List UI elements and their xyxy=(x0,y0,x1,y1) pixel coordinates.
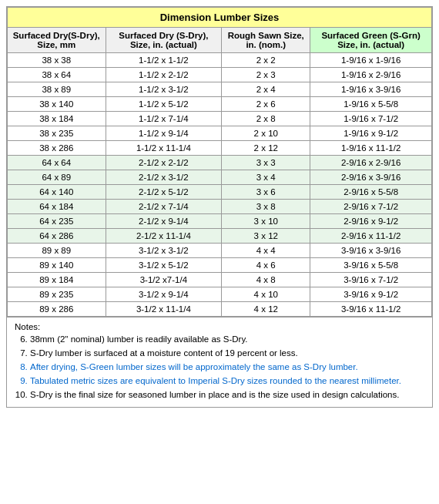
cell-c3: 3 x 3 xyxy=(222,156,310,170)
cell-c3: 4 x 12 xyxy=(222,302,310,317)
cell-c1: 64 x 140 xyxy=(8,185,106,200)
lumber-table-wrapper: Dimension Lumber SizesSurfaced Dry(S-Dry… xyxy=(6,6,433,408)
cell-c1: 64 x 286 xyxy=(8,229,106,244)
cell-c1: 64 x 235 xyxy=(8,214,106,229)
cell-c3: 4 x 10 xyxy=(222,287,310,302)
cell-c2: 1-1/2 x 7-1/4 xyxy=(106,112,222,126)
lumber-table: Dimension Lumber SizesSurfaced Dry(S-Dry… xyxy=(7,7,432,317)
cell-c4: 1-9/16 x 9-1/2 xyxy=(310,126,432,141)
cell-c4: 3-9/16 x 9-1/2 xyxy=(310,287,432,302)
cell-c2: 1-1/2 x 3-1/2 xyxy=(106,82,222,97)
note-item-6: 38mm (2" nominal) lumber is readily avai… xyxy=(30,333,424,345)
cell-c4: 2-9/16 x 5-5/8 xyxy=(310,185,432,200)
cell-c4: 3-9/16 x 5-5/8 xyxy=(310,258,432,273)
cell-c1: 64 x 64 xyxy=(8,156,106,170)
table-row: 38 x 2861-1/2 x 11-1/42 x 121-9/16 x 11-… xyxy=(8,141,432,156)
cell-c3: 2 x 6 xyxy=(222,97,310,112)
cell-c1: 38 x 184 xyxy=(8,112,106,126)
cell-c3: 2 x 8 xyxy=(222,112,310,126)
cell-c1: 89 x 286 xyxy=(8,302,106,317)
cell-c2: 3-1/2 x 9-1/4 xyxy=(106,287,222,302)
cell-c4: 1-9/16 x 3-9/16 xyxy=(310,82,432,97)
note-item-10: S-Dry is the final size for seasoned lum… xyxy=(30,388,424,401)
notes-section: Notes: 38mm (2" nominal) lumber is readi… xyxy=(7,317,432,407)
table-row: 38 x 641-1/2 x 2-1/22 x 31-9/16 x 2-9/16 xyxy=(8,68,432,82)
cell-c2: 1-1/2 x 5-1/2 xyxy=(106,97,222,112)
cell-c4: 1-9/16 x 5-5/8 xyxy=(310,97,432,112)
table-row: 64 x 2862-1/2 x 11-1/43 x 122-9/16 x 11-… xyxy=(8,229,432,244)
note-item-7: S-Dry lumber is surfaced at a moisture c… xyxy=(30,347,424,359)
cell-c1: 89 x 140 xyxy=(8,258,106,273)
cell-c1: 38 x 140 xyxy=(8,97,106,112)
col-header-1: Surfaced Dry (S-Dry), Size, in. (actual) xyxy=(106,28,222,53)
cell-c1: 38 x 38 xyxy=(8,53,106,68)
cell-c3: 2 x 12 xyxy=(222,141,310,156)
cell-c4: 2-9/16 x 3-9/16 xyxy=(310,170,432,185)
table-title: Dimension Lumber Sizes xyxy=(8,8,432,28)
cell-c1: 64 x 184 xyxy=(8,200,106,214)
cell-c3: 2 x 4 xyxy=(222,82,310,97)
cell-c4: 2-9/16 x 7-1/2 xyxy=(310,200,432,214)
cell-c2: 2-1/2 x 11-1/4 xyxy=(106,229,222,244)
cell-c1: 38 x 235 xyxy=(8,126,106,141)
cell-c1: 38 x 64 xyxy=(8,68,106,82)
notes-list: 38mm (2" nominal) lumber is readily avai… xyxy=(15,333,424,401)
cell-c1: 38 x 89 xyxy=(8,82,106,97)
table-row: 38 x 891-1/2 x 3-1/22 x 41-9/16 x 3-9/16 xyxy=(8,82,432,97)
cell-c2: 3-1/2 x 3-1/2 xyxy=(106,244,222,258)
table-row: 64 x 1402-1/2 x 5-1/23 x 62-9/16 x 5-5/8 xyxy=(8,185,432,200)
table-row: 89 x 1403-1/2 x 5-1/24 x 63-9/16 x 5-5/8 xyxy=(8,258,432,273)
cell-c4: 3-9/16 x 3-9/16 xyxy=(310,244,432,258)
table-row: 38 x 381-1/2 x 1-1/22 x 21-9/16 x 1-9/16 xyxy=(8,53,432,68)
cell-c4: 1-9/16 x 2-9/16 xyxy=(310,68,432,82)
cell-c3: 3 x 4 xyxy=(222,170,310,185)
cell-c3: 4 x 6 xyxy=(222,258,310,273)
cell-c3: 2 x 10 xyxy=(222,126,310,141)
table-row: 64 x 2352-1/2 x 9-1/43 x 102-9/16 x 9-1/… xyxy=(8,214,432,229)
cell-c3: 2 x 2 xyxy=(222,53,310,68)
cell-c3: 4 x 4 xyxy=(222,244,310,258)
cell-c3: 3 x 12 xyxy=(222,229,310,244)
table-row: 89 x 2863-1/2 x 11-1/44 x 123-9/16 x 11-… xyxy=(8,302,432,317)
cell-c4: 3-9/16 x 11-1/2 xyxy=(310,302,432,317)
col-header-2: Rough Sawn Size, in. (nom.) xyxy=(222,28,310,53)
table-row: 89 x 893-1/2 x 3-1/24 x 43-9/16 x 3-9/16 xyxy=(8,244,432,258)
cell-c2: 1-1/2 x 2-1/2 xyxy=(106,68,222,82)
col-header-0: Surfaced Dry(S-Dry), Size, mm xyxy=(8,28,106,53)
table-row: 38 x 1841-1/2 x 7-1/42 x 81-9/16 x 7-1/2 xyxy=(8,112,432,126)
cell-c3: 2 x 3 xyxy=(222,68,310,82)
cell-c2: 2-1/2 x 9-1/4 xyxy=(106,214,222,229)
cell-c2: 1-1/2 x 9-1/4 xyxy=(106,126,222,141)
cell-c3: 3 x 6 xyxy=(222,185,310,200)
col-header-3: Surfaced Green (S-Grn) Size, in. (actual… xyxy=(310,28,432,53)
cell-c4: 1-9/16 x 11-1/2 xyxy=(310,141,432,156)
table-row: 64 x 642-1/2 x 2-1/23 x 32-9/16 x 2-9/16 xyxy=(8,156,432,170)
table-row: 38 x 1401-1/2 x 5-1/22 x 61-9/16 x 5-5/8 xyxy=(8,97,432,112)
cell-c4: 3-9/16 x 7-1/2 xyxy=(310,273,432,287)
cell-c1: 38 x 286 xyxy=(8,141,106,156)
table-row: 89 x 1843-1/2 x7-1/44 x 83-9/16 x 7-1/2 xyxy=(8,273,432,287)
notes-title: Notes: xyxy=(15,322,424,331)
cell-c4: 2-9/16 x 2-9/16 xyxy=(310,156,432,170)
table-row: 64 x 1842-1/2 x 7-1/43 x 82-9/16 x 7-1/2 xyxy=(8,200,432,214)
table-row: 89 x 2353-1/2 x 9-1/44 x 103-9/16 x 9-1/… xyxy=(8,287,432,302)
cell-c1: 64 x 89 xyxy=(8,170,106,185)
cell-c2: 3-1/2 x7-1/4 xyxy=(106,273,222,287)
cell-c2: 2-1/2 x 7-1/4 xyxy=(106,200,222,214)
cell-c2: 3-1/2 x 11-1/4 xyxy=(106,302,222,317)
cell-c2: 3-1/2 x 5-1/2 xyxy=(106,258,222,273)
cell-c3: 3 x 10 xyxy=(222,214,310,229)
note-item-8: After drying, S-Green lumber sizes will … xyxy=(30,361,424,373)
cell-c3: 3 x 8 xyxy=(222,200,310,214)
cell-c1: 89 x 235 xyxy=(8,287,106,302)
cell-c1: 89 x 89 xyxy=(8,244,106,258)
table-row: 64 x 892-1/2 x 3-1/23 x 42-9/16 x 3-9/16 xyxy=(8,170,432,185)
cell-c2: 1-1/2 x 11-1/4 xyxy=(106,141,222,156)
cell-c4: 1-9/16 x 1-9/16 xyxy=(310,53,432,68)
cell-c2: 2-1/2 x 2-1/2 xyxy=(106,156,222,170)
cell-c4: 2-9/16 x 9-1/2 xyxy=(310,214,432,229)
cell-c4: 2-9/16 x 11-1/2 xyxy=(310,229,432,244)
cell-c2: 2-1/2 x 3-1/2 xyxy=(106,170,222,185)
cell-c3: 4 x 8 xyxy=(222,273,310,287)
cell-c2: 2-1/2 x 5-1/2 xyxy=(106,185,222,200)
